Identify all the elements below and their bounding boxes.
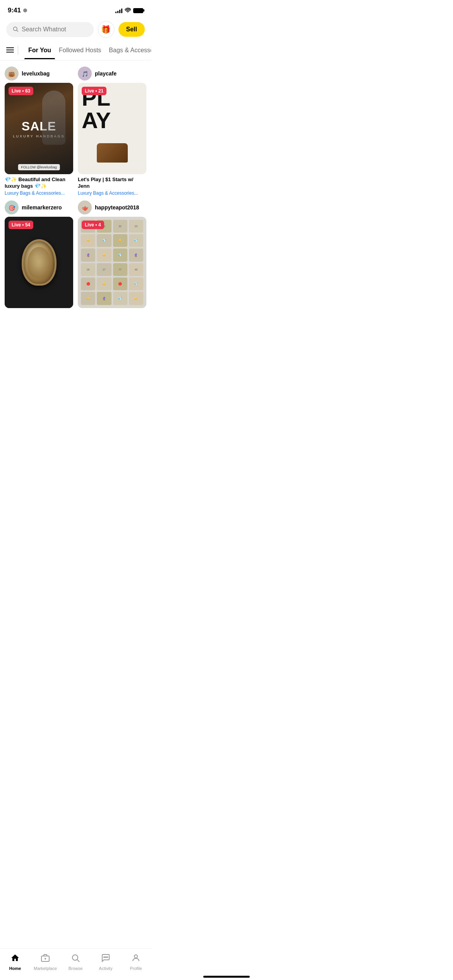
battery-icon xyxy=(133,8,143,13)
stream-header-happyteapot2018: 🫖 happyteapot2018 xyxy=(78,200,146,214)
stream-card-playcafe[interactable]: 🎵 playcafe PL AY Live • 21 Let's Play | … xyxy=(78,67,146,196)
svg-text:🫖: 🫖 xyxy=(82,205,89,211)
live-badge-playcafe: Live • 21 xyxy=(82,87,106,95)
thumbnail-playcafe[interactable]: PL AY Live • 21 xyxy=(78,83,146,174)
gift-button[interactable]: 🎁 xyxy=(98,21,115,38)
search-bar[interactable] xyxy=(6,22,94,37)
avatar-leveluxbag: 👜 xyxy=(5,67,19,81)
stream-header-leveluxbag: 👜 leveluxbag xyxy=(5,67,73,81)
stream-desc-leveluxbag: 💎✨ Beautiful and Clean luxury bags 💎✨ xyxy=(5,176,73,190)
thumbnail-happyteapot2018[interactable]: 20 21 32 23 ⚜️ 💎 ⚜️ 💎 🔮 ⚜️ 💎 🔮 26 27 77 … xyxy=(78,217,146,308)
svg-line-1 xyxy=(17,30,18,32)
stream-card-happyteapot2018[interactable]: 🫖 happyteapot2018 20 21 32 23 ⚜️ 💎 ⚜️ 💎 … xyxy=(78,200,146,308)
username-happyteapot2018: happyteapot2018 xyxy=(95,204,139,211)
tabs-container: For You Followed Hosts Bags & Accessorie… xyxy=(0,40,151,60)
svg-rect-2 xyxy=(6,47,14,48)
stream-category-leveluxbag: Luxury Bags & Accessories... xyxy=(5,190,73,196)
status-bar: 9:41 xyxy=(0,0,151,19)
live-badge-milemarkerzero: Live • 54 xyxy=(9,221,33,229)
time-display: 9:41 xyxy=(8,7,21,14)
svg-text:🎯: 🎯 xyxy=(9,205,15,211)
menu-icon[interactable] xyxy=(6,40,14,60)
follow-tag-leveluxbag: FOLLOW @leveluxbag xyxy=(18,164,60,170)
tab-divider xyxy=(18,46,18,55)
thumbnail-milemarkerzero[interactable]: Live • 54 xyxy=(5,217,73,308)
username-leveluxbag: leveluxbag xyxy=(22,70,50,77)
svg-point-0 xyxy=(14,27,17,30)
gift-icon: 🎁 xyxy=(101,25,111,34)
stream-header-playcafe: 🎵 playcafe xyxy=(78,67,146,81)
stream-card-leveluxbag[interactable]: 👜 leveluxbag SALE LUXURY HANDBAGS Live •… xyxy=(5,67,73,196)
svg-rect-3 xyxy=(6,50,14,51)
live-badge-happyteapot2018: Live • 4 xyxy=(82,221,104,229)
stream-desc-playcafe: Let's Play | $1 Starts w/ Jenn xyxy=(78,176,146,190)
tab-followed-hosts[interactable]: Followed Hosts xyxy=(55,41,105,59)
search-input[interactable] xyxy=(22,26,88,33)
sell-button[interactable]: Sell xyxy=(118,22,145,37)
username-milemarkerzero: milemarkerzero xyxy=(22,204,62,211)
thumbnail-leveluxbag[interactable]: SALE LUXURY HANDBAGS Live • 63 FOLLOW @l… xyxy=(5,83,73,174)
svg-rect-4 xyxy=(6,52,14,53)
tab-bags-accessories[interactable]: Bags & Accessories xyxy=(105,41,151,59)
status-time: 9:41 xyxy=(8,7,27,14)
search-icon xyxy=(12,26,19,33)
stream-category-playcafe: Luxury Bags & Accessories... xyxy=(78,190,146,196)
username-playcafe: playcafe xyxy=(95,70,117,77)
avatar-milemarkerzero: 🎯 xyxy=(5,200,19,214)
status-icons xyxy=(115,8,143,14)
avatar-happyteapot2018: 🫖 xyxy=(78,200,92,214)
signal-icon xyxy=(115,8,122,13)
tab-for-you[interactable]: For You xyxy=(24,41,55,59)
stream-header-milemarkerzero: 🎯 milemarkerzero xyxy=(5,200,73,214)
search-container: 🎁 Sell xyxy=(0,19,151,40)
svg-text:👜: 👜 xyxy=(8,70,15,77)
avatar-playcafe: 🎵 xyxy=(78,67,92,81)
status-dot xyxy=(23,9,27,12)
wifi-icon xyxy=(125,8,131,14)
content-grid: 👜 leveluxbag SALE LUXURY HANDBAGS Live •… xyxy=(0,60,151,314)
svg-text:🎵: 🎵 xyxy=(82,71,89,77)
live-badge-leveluxbag: Live • 63 xyxy=(9,87,33,95)
stream-card-milemarkerzero[interactable]: 🎯 milemarkerzero Live • 54 xyxy=(5,200,73,308)
